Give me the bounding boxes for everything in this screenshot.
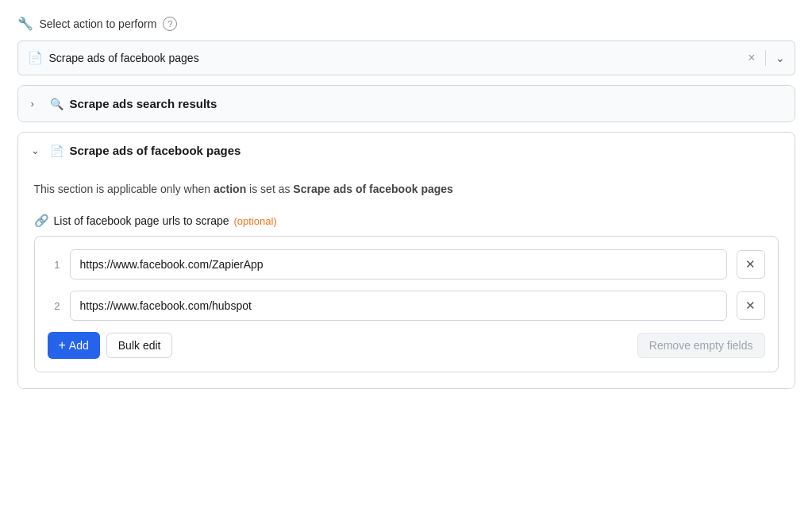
add-url-button[interactable]: + Add — [48, 332, 100, 359]
row-number-1: 1 — [48, 259, 60, 271]
select-chevron-icon[interactable]: ⌄ — [769, 52, 785, 64]
remove-url-1-button[interactable]: ✕ — [737, 250, 765, 279]
help-icon[interactable]: ? — [163, 17, 177, 31]
search-section-title: Scrape ads search results — [70, 97, 217, 110]
url-row-1: 1 ✕ — [48, 249, 765, 279]
select-divider — [765, 50, 766, 66]
facebook-section-title: Scrape ads of facebook pages — [70, 144, 241, 157]
chevron-collapsed-icon: › — [31, 98, 44, 110]
doc-icon-select: 📄 — [28, 51, 43, 65]
actions-row: + Add Bulk edit Remove empty fields — [48, 332, 765, 359]
remove-empty-label: Remove empty fields — [649, 339, 753, 352]
remove-url-2-button[interactable]: ✕ — [737, 291, 765, 320]
select-clear-button[interactable]: × — [741, 52, 761, 64]
section-search-results: › 🔍 Scrape ads search results — [17, 85, 795, 122]
selected-action-value: Scrape ads of facebook pages — [49, 52, 742, 64]
section-search-results-header[interactable]: › 🔍 Scrape ads search results — [18, 86, 795, 121]
action-header: 🔧 Select action to perform ? — [17, 16, 795, 31]
section-description: This section is applicable only when act… — [34, 181, 779, 198]
url-row-2: 2 ✕ — [48, 291, 765, 321]
section-facebook-pages-body: This section is applicable only when act… — [18, 168, 795, 388]
action-select[interactable]: 📄 Scrape ads of facebook pages × ⌄ — [17, 40, 795, 75]
url-input-1[interactable] — [70, 249, 727, 279]
remove-empty-button[interactable]: Remove empty fields — [637, 333, 765, 358]
search-section-icon: 🔍 — [50, 98, 63, 110]
tool-icon: 🔧 — [17, 16, 33, 31]
section-facebook-pages: ⌄ 📄 Scrape ads of facebook pages This se… — [17, 132, 795, 389]
optional-badge: (optional) — [234, 215, 277, 227]
section-facebook-pages-header[interactable]: ⌄ 📄 Scrape ads of facebook pages — [18, 133, 795, 168]
chevron-expanded-icon: ⌄ — [31, 145, 44, 156]
row-number-2: 2 — [48, 300, 60, 312]
link-icon: 🔗 — [34, 214, 49, 228]
facebook-section-icon: 📄 — [50, 145, 63, 157]
bulk-edit-button[interactable]: Bulk edit — [106, 333, 173, 358]
field-label: 🔗 List of facebook page urls to scrape (… — [34, 214, 779, 228]
url-input-2[interactable] — [70, 291, 727, 321]
add-button-label: Add — [69, 339, 89, 352]
action-header-label: Select action to perform — [40, 17, 157, 30]
url-list-container: 1 ✕ 2 ✕ + Add Bulk edit — [34, 236, 779, 372]
page-container: 🔧 Select action to perform ? 📄 Scrape ad… — [17, 16, 795, 389]
plus-icon: + — [59, 338, 66, 353]
bulk-edit-label: Bulk edit — [118, 339, 161, 352]
field-label-text: List of facebook page urls to scrape — [54, 214, 229, 227]
